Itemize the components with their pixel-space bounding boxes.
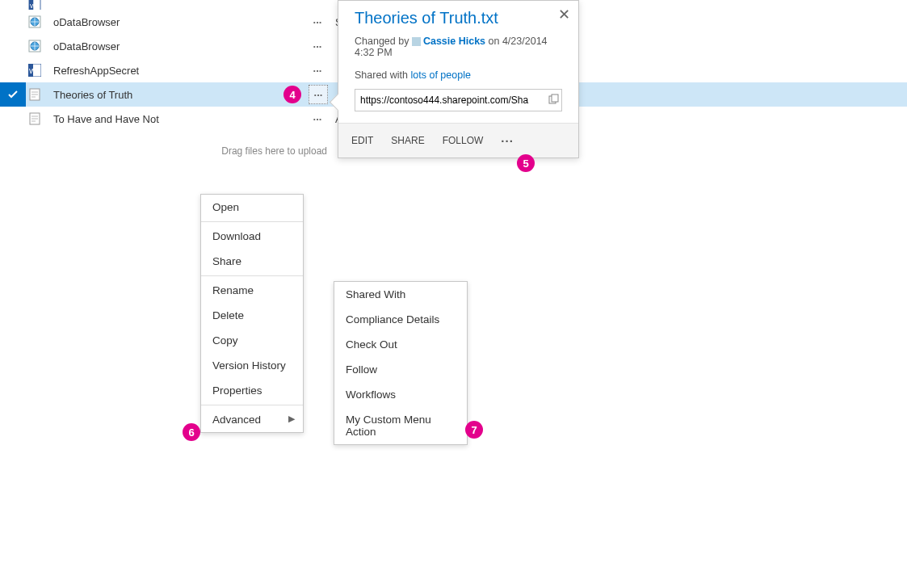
menu-version-history[interactable]: Version History <box>201 353 303 378</box>
file-name[interactable]: RefreshAppSecret <box>44 65 139 77</box>
word-icon: W <box>26 64 44 77</box>
file-name[interactable]: To Have and Have Not <box>44 113 159 125</box>
page-icon <box>26 112 44 125</box>
changed-time: 4:32 PM <box>355 47 393 58</box>
word-icon: W <box>26 0 44 10</box>
row-checkbox[interactable] <box>0 34 26 58</box>
chevron-right-icon: ▶ <box>288 414 295 424</box>
open-new-tab-icon[interactable] <box>545 94 561 107</box>
context-menu-primary: Open Download Share Rename Delete Copy V… <box>200 194 304 433</box>
menu-shared-with[interactable]: Shared With <box>334 282 467 307</box>
callout-more-icon[interactable]: ··· <box>501 134 514 148</box>
menu-open[interactable]: Open <box>201 195 303 220</box>
globe-icon <box>26 40 44 52</box>
menu-share[interactable]: Share <box>201 249 303 274</box>
row-checkbox[interactable] <box>0 58 26 82</box>
callout-changed-by: Changed by Cassie Hicks on 4/23/2014 4:3… <box>338 31 578 58</box>
share-button[interactable]: SHARE <box>391 135 424 146</box>
globe-icon <box>26 15 44 28</box>
row-more-icon[interactable]: ··· <box>309 61 326 79</box>
row-more-icon[interactable]: ··· <box>309 85 328 104</box>
menu-advanced-label: Advanced <box>212 414 261 426</box>
row-more-icon[interactable]: ··· <box>309 110 326 128</box>
menu-custom-action[interactable]: My Custom Menu Action <box>334 407 467 444</box>
menu-delete[interactable]: Delete <box>201 303 303 328</box>
menu-compliance-details[interactable]: Compliance Details <box>334 307 467 332</box>
callout-shared-with: Shared with lots of people <box>338 58 578 81</box>
file-name[interactable]: oDataBrowser <box>44 40 120 52</box>
row-checkbox[interactable] <box>0 107 26 131</box>
shared-link[interactable]: lots of people <box>411 69 471 81</box>
file-name[interactable]: oDataBrowser <box>44 16 120 28</box>
svg-text:W: W <box>29 67 36 75</box>
avatar <box>412 37 421 46</box>
menu-separator <box>201 405 303 405</box>
callout-title: Theories of Truth.txt <box>338 1 578 31</box>
menu-properties[interactable]: Properties <box>201 378 303 403</box>
annotation-badge-7: 7 <box>465 421 483 439</box>
changed-prefix: Changed by <box>355 36 409 47</box>
context-menu-advanced: Shared With Compliance Details Check Out… <box>334 281 468 445</box>
close-icon[interactable]: ✕ <box>556 6 572 22</box>
menu-follow[interactable]: Follow <box>334 357 467 382</box>
user-link[interactable]: Cassie Hicks <box>423 36 485 47</box>
menu-download[interactable]: Download <box>201 224 303 249</box>
on-text: on <box>489 36 500 47</box>
changed-date: 4/23/2014 <box>502 36 548 47</box>
page-icon <box>26 88 44 101</box>
row-checkbox[interactable] <box>0 10 26 34</box>
menu-copy[interactable]: Copy <box>201 328 303 353</box>
menu-separator <box>201 275 303 276</box>
callout-footer: EDIT SHARE FOLLOW ··· <box>338 123 578 158</box>
svg-text:W: W <box>30 2 36 10</box>
row-checkbox[interactable] <box>0 0 26 10</box>
annotation-badge-4: 4 <box>283 86 301 103</box>
annotation-badge-5: 5 <box>517 154 535 172</box>
url-input[interactable] <box>355 91 545 109</box>
menu-rename[interactable]: Rename <box>201 278 303 303</box>
svg-rect-13 <box>552 94 558 102</box>
edit-button[interactable]: EDIT <box>351 135 373 146</box>
row-more-icon[interactable]: ··· <box>309 13 326 31</box>
file-name[interactable]: Theories of Truth <box>44 89 132 101</box>
annotation-badge-6: 6 <box>183 423 200 441</box>
row-more-icon[interactable]: ··· <box>309 37 326 55</box>
drag-upload-hint: Drag files here to upload <box>0 131 327 157</box>
follow-button[interactable]: FOLLOW <box>443 135 484 146</box>
shared-prefix: Shared with <box>355 69 408 81</box>
menu-separator <box>201 221 303 222</box>
menu-workflows[interactable]: Workflows <box>334 382 467 407</box>
callout-url-box <box>355 89 562 111</box>
row-checkbox[interactable] <box>0 82 26 107</box>
menu-advanced[interactable]: Advanced ▶ <box>201 407 303 432</box>
menu-check-out[interactable]: Check Out <box>334 332 467 357</box>
file-callout: ✕ Theories of Truth.txt Changed by Cassi… <box>338 0 579 158</box>
